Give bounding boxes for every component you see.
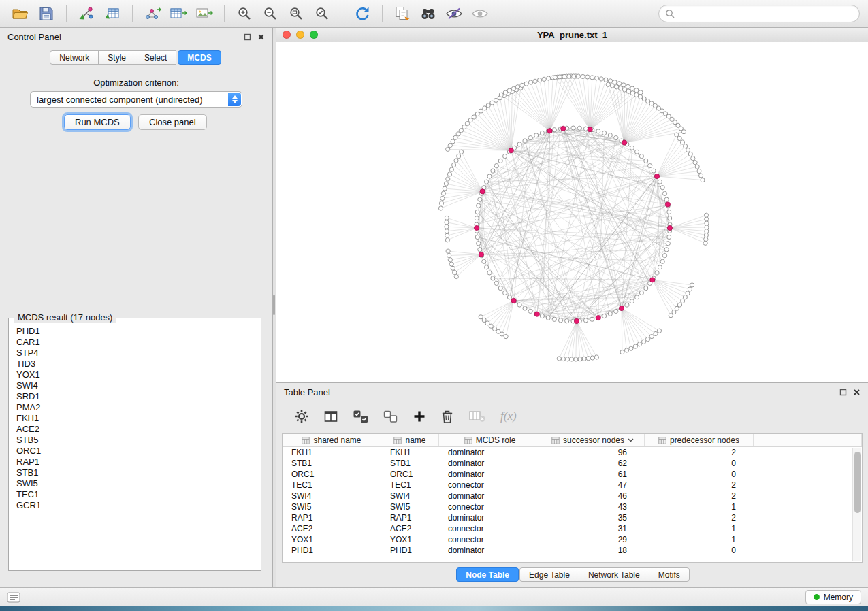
column-header[interactable]: MCDS role [439,434,541,446]
table-cell[interactable]: 0 [645,546,754,555]
show-column-button[interactable] [323,410,338,423]
network-graph[interactable] [276,42,868,382]
splitter-handle-icon[interactable] [273,295,275,315]
mcds-node-item[interactable]: TID3 [10,359,259,369]
save-session-button[interactable] [34,3,59,24]
mcds-node-item[interactable]: CAR1 [10,337,259,348]
table-cell[interactable]: FKH1 [283,448,381,457]
node-table[interactable]: shared namenameMCDS rolesuccessor nodesp… [282,433,863,563]
table-cell[interactable]: ORC1 [283,469,381,479]
table-cell[interactable]: 2 [645,448,754,457]
mcds-node-item[interactable]: TEC1 [10,489,259,500]
table-row[interactable]: SWI4SWI4dominator462 [283,491,862,501]
column-header[interactable]: successor nodes [541,434,645,446]
table-row[interactable]: PHD1PHD1dominator180 [283,545,862,556]
table-cell[interactable]: STB1 [283,459,381,468]
table-row[interactable]: RAP1RAP1dominator352 [283,512,862,523]
table-cell[interactable]: YOX1 [381,535,439,544]
mcds-node-item[interactable]: PHD1 [10,326,259,337]
open-session-button[interactable] [8,3,33,24]
add-column-button[interactable] [413,410,426,423]
memory-button[interactable]: Memory [805,590,861,604]
table-cell[interactable]: SWI4 [283,491,381,501]
search-input[interactable] [678,9,853,19]
table-cell[interactable]: 1 [645,502,754,512]
close-table-panel-button[interactable] [853,389,861,396]
table-scrollbar-thumb[interactable] [854,452,861,513]
table-row[interactable]: TEC1TEC1connector472 [283,480,862,491]
table-row[interactable]: ORC1ORC1dominator610 [283,469,862,480]
table-cell[interactable]: TEC1 [381,480,439,490]
export-image-button[interactable] [192,3,216,24]
table-cell[interactable]: dominator [439,546,541,555]
zoom-out-button[interactable] [258,3,283,24]
table-cell[interactable]: 1 [645,524,754,533]
float-panel-button[interactable] [244,33,251,41]
mcds-node-item[interactable]: SWI5 [10,478,259,489]
table-cell[interactable]: YOX1 [283,535,381,544]
table-cell[interactable]: SWI5 [283,502,381,512]
table-cell[interactable]: 0 [645,469,754,479]
tab-mcds[interactable]: MCDS [178,50,221,65]
table-cell[interactable]: 96 [541,448,645,457]
mcds-node-item[interactable]: RAP1 [10,457,259,467]
panel-menu-button[interactable] [7,592,20,603]
table-cell[interactable]: connector [439,480,541,490]
table-row[interactable]: SWI5SWI5connector431 [283,501,862,512]
deselect-all-button[interactable] [383,410,398,423]
show-selection-button[interactable] [468,3,492,24]
table-row[interactable]: YOX1YOX1connector291 [283,534,862,545]
table-row[interactable]: STB1STB1dominator620 [283,458,862,469]
table-cell[interactable]: PHD1 [283,546,381,555]
hide-selection-button[interactable] [442,3,466,24]
table-cell[interactable]: 18 [541,546,645,555]
table-cell[interactable]: 2 [645,491,754,501]
mcds-result-list[interactable]: PHD1CAR1STP4TID3YOX1SWI4SRD1PMA2FKH1ACE2… [10,326,259,569]
mcds-node-item[interactable]: SWI4 [10,380,259,391]
table-cell[interactable]: 61 [541,469,645,479]
table-cell[interactable]: connector [439,502,541,512]
table-cell[interactable]: RAP1 [283,513,381,523]
select-all-button[interactable] [353,410,369,424]
float-table-panel-button[interactable] [839,389,847,396]
find-button[interactable] [416,3,440,24]
table-cell[interactable]: SWI4 [381,491,439,501]
zoom-selected-button[interactable] [310,3,334,24]
column-header[interactable]: name [381,434,439,446]
table-cell[interactable]: 35 [541,513,645,523]
table-cell[interactable]: 1 [645,535,754,544]
table-cell[interactable]: dominator [439,513,541,523]
tab-edge-table[interactable]: Edge Table [519,567,579,582]
column-header[interactable]: shared name [283,434,381,446]
table-cell[interactable]: connector [439,524,541,533]
table-cell[interactable]: 0 [645,459,754,468]
table-cell[interactable]: 47 [541,480,645,490]
mcds-node-item[interactable]: STB5 [10,435,259,446]
export-network-button[interactable] [140,3,165,24]
mcds-node-item[interactable]: ORC1 [10,446,259,457]
minimize-traffic-light-icon[interactable] [296,31,304,39]
table-cell[interactable]: ORC1 [381,469,439,479]
run-mcds-button[interactable]: Run MCDS [64,114,131,130]
table-cell[interactable]: 29 [541,535,645,544]
import-table-button[interactable] [100,3,125,24]
table-cell[interactable]: STB1 [381,459,439,468]
table-cell[interactable]: dominator [439,448,541,457]
table-cell[interactable]: dominator [439,469,541,479]
table-cell[interactable]: TEC1 [283,480,381,490]
table-settings-button[interactable] [294,409,309,424]
table-cell[interactable]: 46 [541,491,645,501]
table-cell[interactable]: RAP1 [381,513,439,523]
copy-style-button[interactable] [390,3,415,24]
mcds-node-item[interactable]: GCR1 [10,500,259,511]
table-cell[interactable]: ACE2 [283,524,381,533]
mcds-node-item[interactable]: YOX1 [10,369,259,380]
tab-select[interactable]: Select [135,50,176,65]
mcds-node-item[interactable]: FKH1 [10,413,259,424]
tab-network-table[interactable]: Network Table [579,567,649,582]
mcds-node-item[interactable]: SRD1 [10,391,259,402]
table-cell[interactable]: 43 [541,502,645,512]
close-panel-button[interactable]: Close panel [138,114,207,130]
delete-column-button[interactable] [440,409,454,424]
table-cell[interactable]: 62 [541,459,645,468]
